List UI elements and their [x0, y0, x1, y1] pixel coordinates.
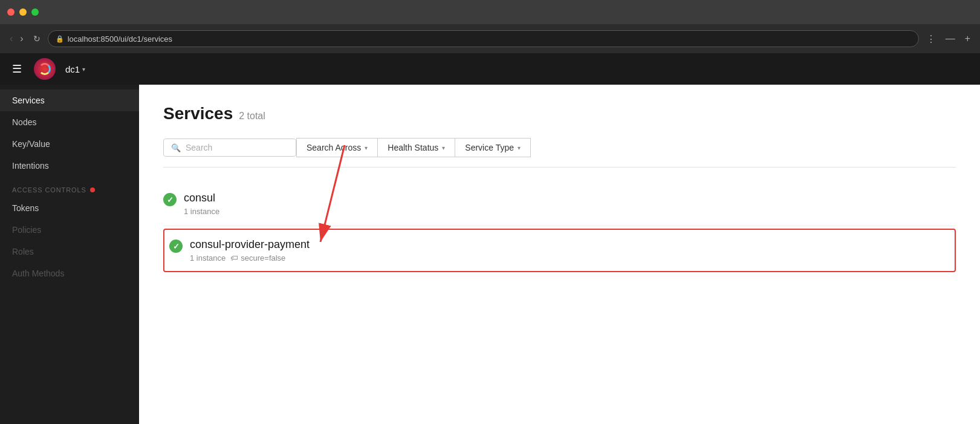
sidebar-item-intentions-label: Intentions [12, 161, 49, 171]
search-icon: 🔍 [171, 143, 181, 152]
search-across-chevron: ▾ [365, 145, 368, 151]
sidebar-item-roles-label: Roles [12, 247, 34, 256]
health-status-button[interactable]: Health Status ▾ [378, 138, 455, 157]
consul-logo-inner [39, 63, 51, 75]
search-input[interactable] [186, 143, 288, 152]
sidebar-item-auth-methods: Auth Methods [0, 263, 139, 284]
health-icon-payment: ✓ [169, 240, 183, 253]
url-text: localhost:8500/ui/dc1/services [68, 34, 172, 44]
page-title: Services [163, 104, 233, 123]
sidebar-item-policies: Policies [0, 219, 139, 241]
service-info-consul: consul 1 instance [184, 192, 219, 216]
service-info-payment: consul-provider-payment 1 instance 🏷 sec… [190, 238, 310, 263]
nav-arrows: ‹ › [7, 32, 26, 45]
dc-selector[interactable]: dc1 ▾ [65, 64, 85, 74]
main-area: Services Nodes Key/Value Intentions ACCE… [0, 85, 980, 424]
consul-logo [34, 58, 56, 80]
sidebar-item-auth-methods-label: Auth Methods [12, 269, 64, 278]
service-name-consul: consul [184, 192, 219, 204]
service-tag-value: secure=false [241, 253, 285, 263]
sidebar-item-tokens-label: Tokens [12, 203, 39, 213]
maximize-button[interactable] [31, 8, 39, 16]
sidebar-item-services[interactable]: Services [0, 90, 139, 111]
service-list: ✓ consul 1 instance ✓ consul-provider-pa… [163, 182, 956, 275]
reload-button[interactable]: ↻ [31, 33, 43, 45]
service-meta-consul: 1 instance [184, 207, 219, 216]
health-status-label: Health Status [388, 143, 438, 152]
search-across-label: Search Across [307, 143, 361, 152]
sidebar-item-services-label: Services [12, 96, 45, 105]
page-count: 2 total [239, 111, 265, 122]
health-status-chevron: ▾ [442, 145, 445, 151]
health-icon-consul: ✓ [163, 193, 177, 206]
filter-bar: 🔍 Search Across ▾ Health Status ▾ Servic… [163, 138, 956, 168]
content-pane: Services 2 total 🔍 Search Across ▾ Healt… [139, 85, 980, 424]
sidebar: Services Nodes Key/Value Intentions ACCE… [0, 85, 139, 424]
sidebar-item-policies-label: Policies [12, 225, 41, 235]
lock-icon: 🔒 [56, 35, 64, 43]
service-name-payment: consul-provider-payment [190, 238, 310, 251]
service-instances-payment: 1 instance [190, 253, 226, 263]
bookmark-button[interactable]: ⋮ [924, 32, 938, 46]
sidebar-item-nodes[interactable]: Nodes [0, 111, 139, 133]
top-nav: ☰ dc1 ▾ [0, 53, 980, 85]
hamburger-button[interactable]: ☰ [10, 60, 24, 78]
browser-titlebar [0, 0, 980, 24]
content-wrapper: Services 2 total 🔍 Search Across ▾ Healt… [139, 85, 980, 424]
sidebar-item-keyvalue[interactable]: Key/Value [0, 133, 139, 155]
access-badge [90, 188, 95, 192]
search-across-button[interactable]: Search Across ▾ [296, 138, 378, 157]
app-container: ☰ dc1 ▾ Services Nodes Key/Value Intenti… [0, 53, 980, 424]
sidebar-item-keyvalue-label: Key/Value [12, 139, 50, 149]
page-title-row: Services 2 total [163, 104, 956, 123]
browser-nav: ‹ › ↻ 🔒 localhost:8500/ui/dc1/services ⋮… [0, 24, 980, 53]
access-controls-label: ACCESS CONTROLS [0, 177, 139, 197]
sidebar-item-intentions[interactable]: Intentions [0, 155, 139, 177]
sidebar-item-nodes-label: Nodes [12, 117, 36, 127]
back-button[interactable]: ‹ [7, 32, 15, 45]
service-tag-secure: 🏷 secure=false [230, 253, 285, 263]
window-max-button[interactable]: + [962, 32, 973, 45]
service-type-chevron: ▾ [518, 145, 521, 151]
search-container[interactable]: 🔍 [163, 139, 296, 157]
minimize-button[interactable] [19, 8, 27, 16]
close-button[interactable] [7, 8, 15, 16]
dc-chevron: ▾ [82, 66, 85, 73]
forward-button[interactable]: › [18, 32, 25, 45]
service-instances-consul: 1 instance [184, 207, 219, 216]
service-row-consul[interactable]: ✓ consul 1 instance [163, 182, 956, 226]
service-type-label: Service Type [465, 143, 514, 152]
service-type-button[interactable]: Service Type ▾ [455, 138, 531, 157]
browser-chrome: ‹ › ↻ 🔒 localhost:8500/ui/dc1/services ⋮… [0, 0, 980, 53]
dc-label: dc1 [65, 64, 80, 74]
sidebar-item-tokens[interactable]: Tokens [0, 197, 139, 219]
tag-icon: 🏷 [230, 253, 238, 263]
service-row-consul-provider-payment[interactable]: ✓ consul-provider-payment 1 instance 🏷 s… [163, 229, 956, 272]
address-bar[interactable]: 🔒 localhost:8500/ui/dc1/services [48, 30, 919, 47]
sidebar-item-roles: Roles [0, 241, 139, 263]
extensions-button[interactable]: — [943, 32, 958, 45]
service-meta-payment: 1 instance 🏷 secure=false [190, 253, 310, 263]
